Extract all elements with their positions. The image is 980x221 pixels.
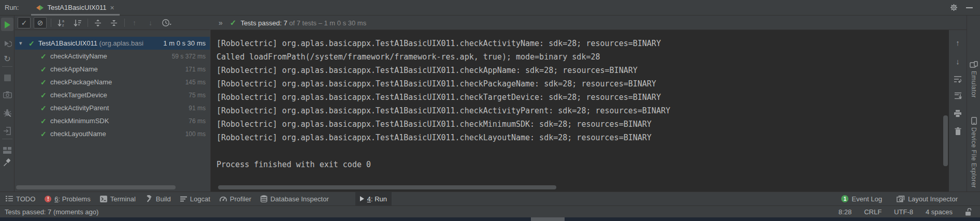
test-duration: 171 ms: [185, 66, 206, 73]
tool-button-terminal[interactable]: Terminal: [95, 192, 140, 206]
database-inspector-label: Database Inspector: [270, 195, 329, 203]
check-icon: ✓: [21, 19, 27, 27]
summary-detail: of 7 tests – 1 m 0 s 30 ms: [289, 19, 366, 27]
attach-debugger-button[interactable]: [0, 107, 15, 119]
console-line: Called loadFromPath(/system/framework/fr…: [217, 50, 949, 64]
test-history-button[interactable]: [160, 17, 173, 28]
tool-button-device-file-explorer[interactable]: Device File Explorer: [967, 117, 980, 188]
todo-icon: [6, 196, 13, 202]
previous-occurrence-button[interactable]: ↑: [128, 17, 141, 28]
console-lines: [Robolectric] org.aplas.basicappx.TestA1…: [211, 30, 949, 171]
emulator-icon: [970, 61, 978, 68]
console-line: Process finished with exit code 0: [217, 158, 949, 171]
line-ending[interactable]: CRLF: [864, 208, 882, 216]
tool-button-build[interactable]: Build: [140, 192, 176, 206]
history-clock-icon: [162, 19, 172, 27]
profiler-icon: [220, 196, 227, 202]
hide-icon[interactable]: [966, 7, 973, 8]
layout-squares-icon: [3, 147, 11, 154]
sort-by-duration-button[interactable]: [70, 17, 83, 28]
test-name: checkMinimumSDK: [50, 117, 109, 125]
test-passed-icon: ✓: [40, 130, 47, 138]
tool-button-database-inspector[interactable]: Database Inspector: [256, 192, 334, 206]
run-label: Run:: [5, 4, 19, 11]
collapse-all-button[interactable]: [107, 17, 120, 28]
logcat-label: Logcat: [190, 195, 210, 203]
close-icon[interactable]: ×: [110, 4, 114, 11]
clear-console-button[interactable]: [949, 127, 967, 135]
scroll-up-button[interactable]: ↑: [949, 38, 967, 47]
next-occurrence-button[interactable]: ↓: [144, 17, 157, 28]
soft-wrap-icon: [954, 76, 962, 83]
tool-button-todo[interactable]: TODO: [1, 192, 40, 206]
build-label: Build: [156, 195, 171, 203]
tool-button-emulator[interactable]: Emulator: [967, 61, 980, 98]
tree-row-test[interactable]: ✓checkLayoutName100 ms: [15, 127, 210, 140]
divider: [2, 66, 12, 67]
show-passed-toggle[interactable]: ✓: [18, 17, 31, 28]
test-duration: 91 ms: [189, 105, 206, 112]
unlock-icon[interactable]: [965, 208, 972, 216]
scroll-down-button[interactable]: ↓: [949, 57, 967, 66]
tab-testa1basicuix011[interactable]: TestA1BasicUIX011 ×: [31, 0, 119, 16]
tab-underline: [31, 14, 119, 16]
run-tool-window: Run: TestA1BasicUIX011 ×: [0, 0, 980, 221]
tool-button-run[interactable]: 4: Run: [355, 192, 392, 206]
tree-row-test[interactable]: ✓checkMinimumSDK76 ms: [15, 114, 210, 127]
indent-setting[interactable]: 4 spaces: [926, 208, 953, 216]
show-ignored-toggle[interactable]: ⊘: [34, 17, 47, 28]
tree-row-test[interactable]: ✓checkAppName171 ms: [15, 63, 210, 76]
dump-threads-button[interactable]: [0, 89, 15, 101]
tree-row-root[interactable]: ▾ ✓ TestA1BasicUIX011 (org.aplas.basi 1 …: [15, 37, 210, 50]
root-test-time: 1 m 0 s 30 ms: [163, 39, 206, 47]
console-horizontal-scrollbar[interactable]: [218, 185, 556, 189]
pin-tab-button[interactable]: [0, 156, 15, 169]
soft-wrap-button[interactable]: [949, 76, 967, 83]
sort-alphabetically-button[interactable]: a z: [54, 17, 67, 28]
console-line: [Robolectric] org.aplas.basicappx.TestA1…: [217, 104, 949, 117]
tool-button-logcat[interactable]: Logcat: [176, 192, 215, 206]
expand-all-button[interactable]: [91, 17, 104, 28]
device-icon: [971, 117, 977, 125]
test-name: checkActivityParent: [50, 104, 109, 112]
tree-row-test[interactable]: ✓checkTargetDevice75 ms: [15, 89, 210, 101]
scroll-to-end-button[interactable]: [949, 92, 967, 99]
hammer-icon: [145, 195, 153, 202]
logcat-icon: [180, 196, 187, 202]
toggle-auto-test-button[interactable]: ↻: [0, 53, 15, 65]
toolbar-overflow-icon[interactable]: »: [219, 19, 223, 27]
tool-button-event-log[interactable]: 1 Event Log: [837, 192, 887, 206]
console-line: [Robolectric] org.aplas.basicappx.TestA1…: [217, 91, 949, 104]
console-vertical-scrollbar[interactable]: [943, 115, 948, 166]
caret-position[interactable]: 8:28: [839, 208, 852, 216]
test-runner-toolbar: ✓ ⊘ a z: [15, 16, 967, 30]
layout-inspector-label: Layout Inspector: [908, 195, 958, 203]
file-encoding[interactable]: UTF-8: [894, 208, 913, 216]
tree-row-test[interactable]: ✓checkActivityName59 s 372 ms: [15, 50, 210, 63]
attach-to-process-button[interactable]: [0, 125, 15, 137]
gear-icon[interactable]: [950, 4, 958, 11]
tool-button-layout-inspector[interactable]: Layout Inspector: [892, 192, 962, 206]
tree-horizontal-scrollbar[interactable]: [16, 185, 176, 189]
rerun-tests-button[interactable]: [0, 19, 15, 31]
test-duration: 145 ms: [185, 79, 206, 86]
enter-arrow-icon: [3, 127, 11, 135]
tool-button-problems[interactable]: ! 6: Problems: [40, 192, 95, 206]
divider: [124, 19, 125, 27]
camera-icon: [3, 91, 12, 98]
chevron-down-icon[interactable]: ▾: [19, 40, 22, 47]
run-label-text: : Run: [371, 195, 387, 203]
restore-layout-button[interactable]: [0, 144, 15, 156]
console-line: [Robolectric] org.aplas.basicappx.TestA1…: [217, 77, 949, 91]
root-test-name: TestA1BasicUIX011: [38, 39, 97, 47]
tool-button-profiler[interactable]: Profiler: [215, 192, 256, 206]
rerun-failed-tests-button[interactable]: [0, 37, 15, 50]
run-console: [Robolectric] org.aplas.basicappx.TestA1…: [210, 30, 949, 191]
tree-row-test[interactable]: ✓checkPackageName145 ms: [15, 76, 210, 89]
print-button[interactable]: [949, 110, 967, 117]
test-passed-icon: ✓: [28, 39, 35, 48]
test-passed-icon: ✓: [40, 104, 47, 112]
stop-button[interactable]: [0, 71, 15, 84]
tree-row-test[interactable]: ✓checkActivityParent91 ms: [15, 101, 210, 114]
test-passed-icon: ✓: [40, 91, 47, 99]
